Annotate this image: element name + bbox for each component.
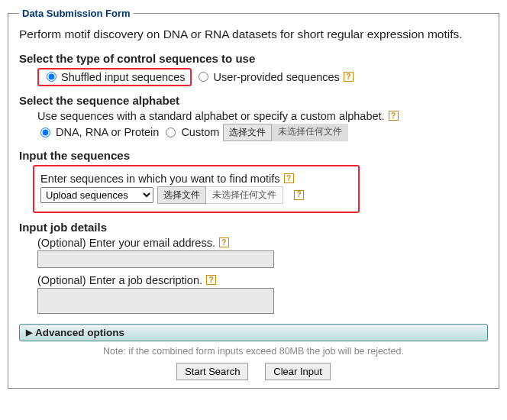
email-label-row: (Optional) Enter your email address. ?: [37, 237, 488, 249]
form-intro: Perform motif discovery on DNA or RNA da…: [19, 27, 488, 43]
help-icon[interactable]: ?: [294, 190, 304, 200]
triangle-right-icon: ▶: [26, 328, 32, 338]
sequences-heading: Input the sequences: [19, 149, 488, 162]
desc-label-row: (Optional) Enter a job description. ?: [37, 274, 488, 286]
alphabet-subtext: Use sequences with a standard alphabet o…: [37, 110, 385, 122]
clear-input-button[interactable]: Clear Input: [265, 363, 331, 380]
button-row: Start Search Clear Input: [19, 363, 488, 380]
help-icon[interactable]: ?: [206, 275, 216, 285]
email-field[interactable]: [37, 250, 274, 268]
choose-file-button[interactable]: 选择文件: [223, 124, 272, 141]
sequences-prompt: Enter sequences in which you want to fin…: [40, 173, 280, 185]
help-icon[interactable]: ?: [389, 111, 399, 121]
sequences-prompt-row: Enter sequences in which you want to fin…: [40, 173, 352, 185]
size-note: Note: if the combined form inputs exceed…: [19, 346, 488, 357]
radio-userprovided[interactable]: [199, 72, 208, 82]
radio-alpha-std[interactable]: [40, 128, 50, 137]
radio-userprovided-label: User-provided sequences: [214, 71, 340, 83]
sequences-input-row: Upload sequences 选择文件 未选择任何文件 ?: [40, 186, 352, 204]
radio-alpha-custom[interactable]: [166, 128, 176, 137]
alphabet-options-row: DNA, RNA or Protein Custom 选择文件 未选择任何文件: [37, 124, 488, 141]
help-icon[interactable]: ?: [219, 237, 229, 247]
form-legend: Data Submission Form: [19, 8, 134, 19]
alphabet-heading: Select the sequence alphabet: [19, 94, 488, 107]
help-icon[interactable]: ?: [344, 72, 354, 82]
advanced-options-toggle[interactable]: ▶ Advanced options: [19, 324, 488, 341]
job-heading: Input job details: [19, 221, 488, 234]
radio-shuffled[interactable]: [47, 72, 57, 82]
custom-file-input[interactable]: 选择文件 未选择任何文件: [223, 124, 348, 141]
job-description-field[interactable]: [37, 288, 274, 314]
radio-alpha-custom-label: Custom: [181, 126, 219, 138]
help-icon[interactable]: ?: [284, 173, 294, 183]
radio-shuffled-label: Shuffled input sequences: [61, 71, 186, 83]
sequences-file-input[interactable]: 选择文件 未选择任何文件: [157, 186, 283, 204]
desc-label: (Optional) Enter a job description.: [37, 274, 202, 286]
control-options-row: Shuffled input sequences User-provided s…: [19, 68, 488, 86]
file-none-label: 未选择任何文件: [206, 186, 283, 204]
highlight-sequences: Enter sequences in which you want to fin…: [33, 165, 360, 213]
upload-mode-select[interactable]: Upload sequences: [40, 187, 153, 203]
advanced-options-label: Advanced options: [35, 327, 124, 338]
control-heading: Select the type of control sequences to …: [19, 52, 488, 65]
email-label: (Optional) Enter your email address.: [37, 237, 215, 249]
file-none-label: 未选择任何文件: [272, 124, 348, 141]
data-submission-form: Data Submission Form Perform motif disco…: [8, 8, 499, 389]
radio-alpha-std-label: DNA, RNA or Protein: [56, 126, 159, 138]
highlight-shuffled: Shuffled input sequences: [37, 68, 192, 86]
start-search-button[interactable]: Start Search: [176, 363, 248, 380]
alphabet-subtext-row: Use sequences with a standard alphabet o…: [37, 110, 488, 122]
choose-file-button[interactable]: 选择文件: [157, 186, 206, 204]
